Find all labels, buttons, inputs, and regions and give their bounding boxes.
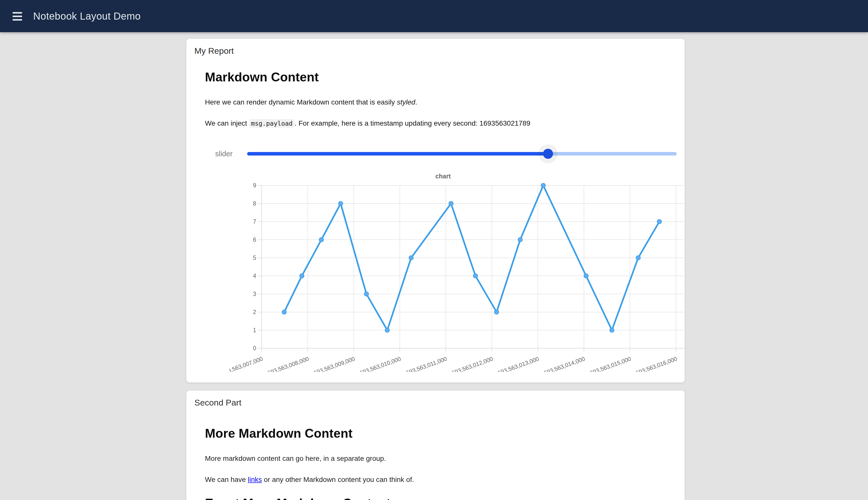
card-title: Second Part: [194, 397, 676, 408]
paragraph-text: . For example, here is a timestamp updat…: [294, 120, 479, 127]
x-axis-tick-label: 1,693,563,013,000: [492, 355, 540, 372]
chart-widget: chart 01234567891,693,563,007,0001,693,5…: [230, 173, 676, 372]
chart-data-point[interactable]: [319, 237, 324, 242]
timestamp-value: 1693563021789: [479, 120, 530, 127]
chart-data-point[interactable]: [518, 237, 522, 242]
chart-data-point[interactable]: [495, 310, 499, 314]
markdown-heading: More Markdown Content: [205, 426, 666, 441]
inline-code: msg.payload: [249, 120, 294, 128]
menu-button[interactable]: [7, 6, 27, 26]
y-axis-tick-label: 3: [253, 291, 256, 297]
paragraph-text: We can inject: [205, 120, 249, 127]
x-axis-tick-label: 1,693,563,007,000: [230, 355, 264, 372]
chart-title: chart: [230, 173, 657, 180]
y-axis-tick-label: 2: [253, 308, 256, 315]
slider-widget: slider: [205, 144, 676, 163]
chart-data-point[interactable]: [541, 183, 545, 188]
markdown-block: Markdown Content Here we can render dyna…: [205, 70, 666, 128]
paragraph-text: We can have: [205, 476, 248, 484]
markdown-block: More Markdown Content More markdown cont…: [205, 426, 666, 500]
y-axis-tick-label: 6: [253, 236, 256, 243]
paragraph-text: .: [415, 98, 417, 106]
chart-data-point[interactable]: [338, 201, 343, 205]
slider-track[interactable]: [247, 144, 676, 163]
second-card: Second Part More Markdown Content More m…: [186, 390, 685, 500]
chart-data-point[interactable]: [364, 292, 369, 296]
chart-data-point[interactable]: [385, 328, 389, 332]
x-axis-tick-label: 1,693,563,009,000: [308, 355, 356, 372]
slider-label: slider: [205, 149, 233, 158]
x-axis-tick-label: 1,693,563,016,000: [630, 355, 678, 372]
x-axis-tick-label: 1,693,563,012,000: [446, 355, 494, 372]
chart-data-point[interactable]: [409, 255, 413, 260]
y-axis-tick-label: 7: [253, 218, 256, 225]
y-axis-tick-label: 1: [253, 327, 256, 333]
chart-data-point[interactable]: [300, 274, 304, 278]
hamburger-icon: [12, 12, 22, 13]
y-axis-tick-label: 4: [253, 272, 256, 279]
chart-data-point[interactable]: [636, 255, 640, 260]
slider-track-fill: [247, 152, 548, 155]
chart-canvas[interactable]: 01234567891,693,563,007,0001,693,563,008…: [230, 181, 692, 372]
report-card: My Report Markdown Content Here we can r…: [186, 38, 685, 383]
hamburger-icon: [12, 19, 22, 20]
markdown-heading: Markdown Content: [205, 70, 666, 84]
y-axis-tick-label: 0: [253, 345, 256, 351]
card-title: My Report: [194, 45, 676, 56]
app-title: Notebook Layout Demo: [33, 10, 141, 22]
chart-data-point[interactable]: [610, 328, 614, 332]
x-axis-tick-label: 1,693,563,008,000: [262, 355, 310, 372]
hamburger-icon: [12, 15, 22, 17]
italic-text: styled: [397, 98, 415, 106]
chart-data-point[interactable]: [473, 274, 477, 278]
y-axis-tick-label: 9: [253, 182, 256, 189]
chart-data-point[interactable]: [657, 219, 661, 224]
markdown-paragraph: Here we can render dynamic Markdown cont…: [205, 97, 666, 107]
chart-data-point[interactable]: [449, 201, 453, 205]
paragraph-text: or any other Markdown content you can th…: [262, 476, 414, 484]
chart-data-point[interactable]: [584, 274, 588, 278]
chart-data-point[interactable]: [282, 310, 286, 314]
markdown-heading: Event More Markdown Content: [205, 496, 666, 500]
markdown-paragraph: We can have links or any other Markdown …: [205, 475, 666, 485]
y-axis-tick-label: 8: [253, 200, 256, 206]
app-root: Notebook Layout Demo My Report Markdown …: [0, 0, 868, 500]
x-axis-tick-label: 1,693,563,015,000: [585, 355, 632, 372]
markdown-paragraph: More markdown content can go here, in a …: [205, 453, 666, 464]
x-axis-tick-label: 1,693,563,014,000: [538, 355, 586, 372]
x-axis-tick-label: 1,693,563,011,000: [401, 355, 448, 372]
x-axis-tick-label: 1,693,563,010,000: [354, 355, 402, 372]
markdown-paragraph: We can inject msg.payload. For example, …: [205, 118, 666, 129]
y-axis-tick-label: 5: [253, 254, 256, 261]
app-header: Notebook Layout Demo: [0, 0, 868, 32]
markdown-link[interactable]: links: [248, 476, 262, 484]
slider-thumb[interactable]: [543, 148, 553, 159]
paragraph-text: Here we can render dynamic Markdown cont…: [205, 98, 397, 106]
